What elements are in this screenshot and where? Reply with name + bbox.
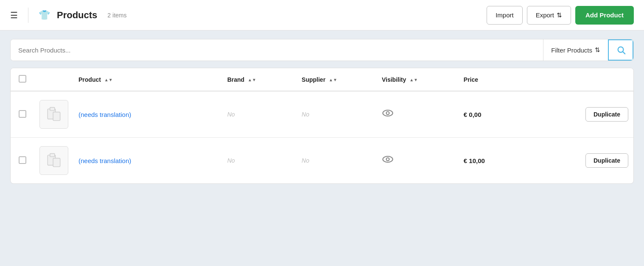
row1-checkbox-cell (11, 91, 34, 138)
col-supplier-label: Supplier (302, 76, 325, 83)
col-price-label: Price (464, 76, 478, 83)
col-image-header (34, 68, 73, 91)
svg-point-10 (383, 156, 392, 162)
row2-product-link[interactable]: (needs translation) (78, 157, 131, 164)
export-label: Export (536, 11, 554, 19)
filter-chevron-icon: ⇅ (595, 46, 600, 54)
menu-icon[interactable]: ☰ (10, 10, 18, 20)
svg-rect-8 (53, 158, 60, 167)
row1-product-link[interactable]: (needs translation) (78, 111, 131, 118)
row1-product-thumbnail[interactable] (39, 100, 68, 129)
search-button[interactable] (608, 39, 633, 61)
row2-checkbox-cell (11, 138, 34, 184)
row1-supplier-cell: No (297, 91, 377, 138)
svg-point-5 (383, 110, 392, 116)
table-row: (needs translation) No No (11, 91, 633, 138)
content-area: Filter Products ⇅ Product ▲▼ (0, 30, 644, 192)
col-brand-label: Brand (227, 76, 244, 83)
header-actions: Import Export ⇅ Add Product (487, 6, 634, 25)
row1-visibility-cell (377, 91, 459, 138)
row2-actions-cell: Duplicate (540, 138, 633, 184)
import-button[interactable]: Import (487, 6, 523, 25)
shirt-icon: 👕 (39, 10, 50, 21)
row1-supplier-value: No (302, 111, 309, 118)
row2-price-value: € 10,00 (464, 157, 485, 164)
export-chevron-icon: ⇅ (557, 11, 562, 19)
svg-rect-3 (53, 112, 60, 121)
row1-brand-cell: No (222, 91, 297, 138)
filter-products-button[interactable]: Filter Products ⇅ (543, 39, 608, 61)
row1-brand-value: No (227, 111, 235, 118)
col-price-header: Price (459, 68, 540, 91)
col-brand-header[interactable]: Brand ▲▼ (222, 68, 297, 91)
row1-price-cell: € 0,00 (459, 91, 540, 138)
filter-products-label: Filter Products (551, 47, 592, 54)
svg-point-6 (386, 112, 389, 115)
select-all-checkbox[interactable] (19, 75, 26, 83)
col-visibility-header[interactable]: Visibility ▲▼ (377, 68, 459, 91)
product-placeholder-icon (45, 151, 63, 170)
header-divider (28, 8, 28, 23)
search-icon (616, 45, 626, 55)
row1-image-cell (34, 91, 73, 138)
table-header-row: Product ▲▼ Brand ▲▼ Supplier ▲▼ Visibili… (11, 68, 633, 91)
svg-rect-9 (50, 154, 55, 157)
table-row: (needs translation) No No (11, 138, 633, 184)
col-actions-header (540, 68, 633, 91)
page-title: Products (57, 10, 97, 21)
visibility-sort-icon: ▲▼ (409, 78, 418, 82)
row2-image-cell (34, 138, 73, 184)
svg-point-11 (386, 158, 389, 161)
row2-visibility-cell (377, 138, 459, 184)
item-count: 2 items (107, 12, 126, 19)
brand-sort-icon: ▲▼ (248, 78, 256, 82)
row2-price-cell: € 10,00 (459, 138, 540, 184)
col-product-label: Product (78, 76, 101, 83)
svg-line-1 (623, 52, 625, 54)
product-sort-icon: ▲▼ (104, 78, 113, 82)
products-table-container: Product ▲▼ Brand ▲▼ Supplier ▲▼ Visibili… (10, 68, 634, 184)
row2-brand-cell: No (222, 138, 297, 184)
add-product-button[interactable]: Add Product (575, 6, 634, 25)
col-checkbox (11, 68, 34, 91)
col-product-header[interactable]: Product ▲▼ (73, 68, 222, 91)
product-placeholder-icon (45, 105, 63, 124)
products-table: Product ▲▼ Brand ▲▼ Supplier ▲▼ Visibili… (11, 68, 633, 183)
row1-price-value: € 0,00 (464, 111, 482, 118)
header: ☰ 👕 Products 2 items Import Export ⇅ Add… (0, 0, 644, 30)
svg-rect-4 (50, 108, 55, 111)
col-visibility-label: Visibility (382, 76, 406, 83)
row2-checkbox[interactable] (19, 156, 26, 164)
row2-duplicate-button[interactable]: Duplicate (585, 153, 628, 168)
row1-visibility-icon (382, 109, 394, 119)
row2-visibility-icon (382, 155, 394, 166)
row1-product-cell: (needs translation) (73, 91, 222, 138)
supplier-sort-icon: ▲▼ (329, 78, 337, 82)
row2-supplier-cell: No (297, 138, 377, 184)
search-input[interactable] (11, 39, 543, 61)
row1-duplicate-button[interactable]: Duplicate (585, 107, 628, 122)
row1-checkbox[interactable] (19, 110, 26, 118)
export-button[interactable]: Export ⇅ (527, 6, 571, 25)
row2-brand-value: No (227, 157, 235, 164)
row2-product-thumbnail[interactable] (39, 146, 68, 175)
row2-supplier-value: No (302, 157, 309, 164)
search-bar: Filter Products ⇅ (10, 39, 634, 61)
row2-product-cell: (needs translation) (73, 138, 222, 184)
col-supplier-header[interactable]: Supplier ▲▼ (297, 68, 377, 91)
row1-actions-cell: Duplicate (540, 91, 633, 138)
